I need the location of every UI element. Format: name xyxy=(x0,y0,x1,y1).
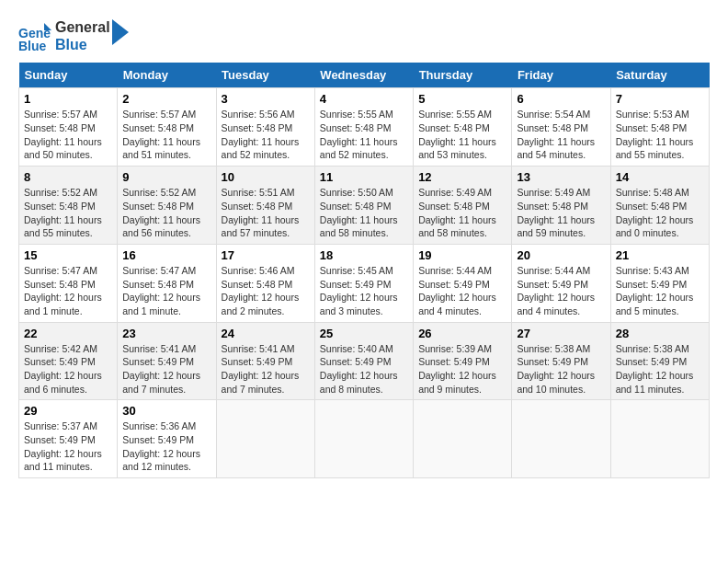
calendar-cell: 6Sunrise: 5:54 AM Sunset: 5:48 PM Daylig… xyxy=(512,88,610,167)
day-number: 22 xyxy=(24,327,112,340)
logo: General Blue General Blue xyxy=(18,18,129,53)
calendar-cell: 8Sunrise: 5:52 AM Sunset: 5:48 PM Daylig… xyxy=(19,167,118,245)
day-number: 6 xyxy=(517,92,605,106)
day-info: Sunrise: 5:46 AM Sunset: 5:48 PM Dayligh… xyxy=(222,264,310,318)
calendar-cell: 12Sunrise: 5:49 AM Sunset: 5:48 PM Dayli… xyxy=(414,167,512,245)
calendar-cell: 28Sunrise: 5:38 AM Sunset: 5:49 PM Dayli… xyxy=(610,322,709,400)
calendar-cell: 5Sunrise: 5:55 AM Sunset: 5:48 PM Daylig… xyxy=(414,88,512,167)
calendar-cell: 11Sunrise: 5:50 AM Sunset: 5:48 PM Dayli… xyxy=(314,167,413,245)
week-row-4: 22Sunrise: 5:42 AM Sunset: 5:49 PM Dayli… xyxy=(19,322,710,400)
calendar-cell: 9Sunrise: 5:52 AM Sunset: 5:48 PM Daylig… xyxy=(118,167,216,245)
day-number: 3 xyxy=(222,92,310,106)
week-row-1: 1Sunrise: 5:57 AM Sunset: 5:48 PM Daylig… xyxy=(19,88,710,167)
day-info: Sunrise: 5:47 AM Sunset: 5:48 PM Dayligh… xyxy=(24,264,112,318)
day-info: Sunrise: 5:42 AM Sunset: 5:49 PM Dayligh… xyxy=(24,342,112,396)
calendar-cell: 13Sunrise: 5:49 AM Sunset: 5:48 PM Dayli… xyxy=(512,167,610,245)
day-info: Sunrise: 5:39 AM Sunset: 5:49 PM Dayligh… xyxy=(418,342,506,396)
calendar-cell xyxy=(512,400,610,478)
calendar-cell: 4Sunrise: 5:55 AM Sunset: 5:48 PM Daylig… xyxy=(314,88,413,167)
day-number: 11 xyxy=(320,170,408,184)
calendar-cell: 2Sunrise: 5:57 AM Sunset: 5:48 PM Daylig… xyxy=(118,88,216,167)
day-info: Sunrise: 5:48 AM Sunset: 5:48 PM Dayligh… xyxy=(616,186,704,240)
day-number: 17 xyxy=(222,248,310,262)
day-number: 25 xyxy=(320,327,408,340)
day-info: Sunrise: 5:38 AM Sunset: 5:49 PM Dayligh… xyxy=(616,342,704,396)
calendar-table: SundayMondayTuesdayWednesdayThursdayFrid… xyxy=(18,63,710,478)
calendar-cell: 24Sunrise: 5:41 AM Sunset: 5:49 PM Dayli… xyxy=(216,322,314,400)
column-header-sunday: Sunday xyxy=(19,63,118,88)
day-info: Sunrise: 5:49 AM Sunset: 5:48 PM Dayligh… xyxy=(418,186,506,240)
day-info: Sunrise: 5:36 AM Sunset: 5:49 PM Dayligh… xyxy=(122,419,210,474)
day-info: Sunrise: 5:38 AM Sunset: 5:49 PM Dayligh… xyxy=(517,342,605,396)
day-number: 5 xyxy=(418,92,506,106)
calendar-cell xyxy=(216,400,314,478)
logo-general: General xyxy=(55,18,110,36)
logo-arrow-icon xyxy=(112,19,129,45)
day-number: 24 xyxy=(222,327,310,340)
calendar-cell: 19Sunrise: 5:44 AM Sunset: 5:49 PM Dayli… xyxy=(414,244,512,322)
day-info: Sunrise: 5:52 AM Sunset: 5:48 PM Dayligh… xyxy=(122,186,210,240)
day-info: Sunrise: 5:41 AM Sunset: 5:49 PM Dayligh… xyxy=(222,342,310,396)
day-number: 12 xyxy=(418,170,506,184)
calendar-cell xyxy=(610,400,709,478)
day-number: 29 xyxy=(24,404,112,418)
calendar-cell: 18Sunrise: 5:45 AM Sunset: 5:49 PM Dayli… xyxy=(314,244,413,322)
week-row-2: 8Sunrise: 5:52 AM Sunset: 5:48 PM Daylig… xyxy=(19,167,710,245)
day-info: Sunrise: 5:43 AM Sunset: 5:49 PM Dayligh… xyxy=(616,264,704,318)
day-number: 14 xyxy=(616,170,704,184)
column-header-friday: Friday xyxy=(512,63,610,88)
calendar-cell: 3Sunrise: 5:56 AM Sunset: 5:48 PM Daylig… xyxy=(216,88,314,167)
day-info: Sunrise: 5:57 AM Sunset: 5:48 PM Dayligh… xyxy=(24,108,112,162)
calendar-cell: 22Sunrise: 5:42 AM Sunset: 5:49 PM Dayli… xyxy=(19,322,118,400)
calendar-cell: 30Sunrise: 5:36 AM Sunset: 5:49 PM Dayli… xyxy=(118,400,216,478)
day-info: Sunrise: 5:45 AM Sunset: 5:49 PM Dayligh… xyxy=(320,264,408,318)
day-info: Sunrise: 5:44 AM Sunset: 5:49 PM Dayligh… xyxy=(418,264,506,318)
day-number: 21 xyxy=(616,248,704,262)
logo-blue: Blue xyxy=(55,36,110,53)
day-info: Sunrise: 5:47 AM Sunset: 5:48 PM Dayligh… xyxy=(122,264,210,318)
calendar-cell: 15Sunrise: 5:47 AM Sunset: 5:48 PM Dayli… xyxy=(19,244,118,322)
day-number: 27 xyxy=(517,327,605,340)
calendar-cell: 27Sunrise: 5:38 AM Sunset: 5:49 PM Dayli… xyxy=(512,322,610,400)
calendar-cell: 21Sunrise: 5:43 AM Sunset: 5:49 PM Dayli… xyxy=(610,244,709,322)
day-number: 23 xyxy=(122,327,210,340)
day-number: 9 xyxy=(122,170,210,184)
day-number: 8 xyxy=(24,170,112,184)
day-number: 10 xyxy=(222,170,310,184)
calendar-cell xyxy=(314,400,413,478)
page-header: General Blue General Blue xyxy=(18,18,710,53)
day-number: 13 xyxy=(517,170,605,184)
day-number: 20 xyxy=(517,248,605,262)
day-number: 16 xyxy=(122,248,210,262)
week-row-5: 29Sunrise: 5:37 AM Sunset: 5:49 PM Dayli… xyxy=(19,400,710,478)
day-info: Sunrise: 5:51 AM Sunset: 5:48 PM Dayligh… xyxy=(222,186,310,240)
day-info: Sunrise: 5:44 AM Sunset: 5:49 PM Dayligh… xyxy=(517,264,605,318)
day-number: 28 xyxy=(616,327,704,340)
day-number: 2 xyxy=(122,92,210,106)
day-number: 15 xyxy=(24,248,112,262)
calendar-cell: 17Sunrise: 5:46 AM Sunset: 5:48 PM Dayli… xyxy=(216,244,314,322)
day-number: 26 xyxy=(418,327,506,340)
calendar-cell: 10Sunrise: 5:51 AM Sunset: 5:48 PM Dayli… xyxy=(216,167,314,245)
column-header-tuesday: Tuesday xyxy=(216,63,314,88)
column-header-saturday: Saturday xyxy=(610,63,709,88)
calendar-cell: 16Sunrise: 5:47 AM Sunset: 5:48 PM Dayli… xyxy=(118,244,216,322)
calendar-cell: 25Sunrise: 5:40 AM Sunset: 5:49 PM Dayli… xyxy=(314,322,413,400)
day-info: Sunrise: 5:49 AM Sunset: 5:48 PM Dayligh… xyxy=(517,186,605,240)
svg-text:Blue: Blue xyxy=(18,39,47,52)
calendar-cell: 26Sunrise: 5:39 AM Sunset: 5:49 PM Dayli… xyxy=(414,322,512,400)
day-info: Sunrise: 5:57 AM Sunset: 5:48 PM Dayligh… xyxy=(122,108,210,162)
calendar-cell: 7Sunrise: 5:53 AM Sunset: 5:48 PM Daylig… xyxy=(610,88,709,167)
logo-icon: General Blue xyxy=(18,19,51,52)
column-header-monday: Monday xyxy=(118,63,216,88)
day-info: Sunrise: 5:55 AM Sunset: 5:48 PM Dayligh… xyxy=(320,108,408,162)
calendar-cell: 14Sunrise: 5:48 AM Sunset: 5:48 PM Dayli… xyxy=(610,167,709,245)
calendar-cell: 20Sunrise: 5:44 AM Sunset: 5:49 PM Dayli… xyxy=(512,244,610,322)
day-info: Sunrise: 5:56 AM Sunset: 5:48 PM Dayligh… xyxy=(222,108,310,162)
day-number: 19 xyxy=(418,248,506,262)
header-row: SundayMondayTuesdayWednesdayThursdayFrid… xyxy=(19,63,710,88)
column-header-thursday: Thursday xyxy=(414,63,512,88)
day-number: 1 xyxy=(24,92,112,106)
day-info: Sunrise: 5:37 AM Sunset: 5:49 PM Dayligh… xyxy=(24,419,112,474)
day-number: 30 xyxy=(122,404,210,418)
